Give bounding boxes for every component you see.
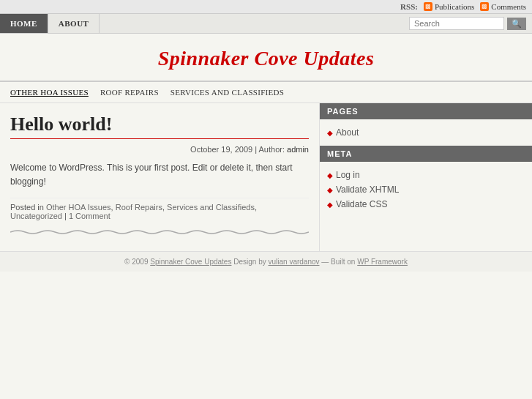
main-content: Hello world! October 19, 2009 | Author: … <box>0 103 320 251</box>
content-area: Hello world! October 19, 2009 | Author: … <box>0 103 532 251</box>
footer-built-text: — Built on <box>321 258 355 266</box>
comment-count-link[interactable]: 1 Comment <box>69 212 110 220</box>
cat-link-hoa[interactable]: Other HOA Issues <box>46 203 111 212</box>
nav-about[interactable]: ABOUT <box>48 14 100 33</box>
post-footer: Posted in Other HOA Issues, Roof Repairs… <box>10 198 309 220</box>
cat-link-roof[interactable]: Roof Repairs <box>116 203 162 212</box>
post-title: Hello world! <box>10 113 309 139</box>
meta-list: ◆ Log in ◆ Validate XHTML ◆ Validate CSS <box>327 168 525 212</box>
pages-widget-title: PAGES <box>320 103 532 119</box>
publications-label: Publications <box>435 2 474 11</box>
meta-widget: META ◆ Log in ◆ Validate XHTML ◆ <box>320 146 532 217</box>
footer-site-link[interactable]: Spinnaker Cove Updates <box>150 258 231 266</box>
cat-link-uncategorized[interactable]: Uncategorized <box>10 212 62 220</box>
rss-label: RSS: <box>400 2 418 11</box>
author-label: Author: <box>259 145 285 154</box>
bullet-diamond-login: ◆ <box>327 171 333 179</box>
post-body: Welcome to WordPress. This is your first… <box>10 161 309 189</box>
post-meta: October 19, 2009 | Author: admin <box>10 145 309 154</box>
bullet-diamond-css: ◆ <box>327 201 333 209</box>
search-form: 🔍 <box>403 14 532 33</box>
nav-bar: HOME ABOUT 🔍 <box>0 14 532 34</box>
search-input[interactable] <box>409 17 504 30</box>
meta-list-item-css: ◆ Validate CSS <box>327 197 525 212</box>
footer-design-text: Design by <box>233 258 268 266</box>
cat-nav-roof-repairs[interactable]: ROOF REPAIRS <box>100 88 159 97</box>
meta-list-item-login: ◆ Log in <box>327 168 525 182</box>
cat-link-services[interactable]: Services and Classifieds <box>167 203 255 212</box>
bullet-diamond-xhtml: ◆ <box>327 186 333 194</box>
publications-rss-link[interactable]: ▩ Publications <box>424 2 474 11</box>
search-button[interactable]: 🔍 <box>507 18 526 30</box>
site-header: Spinnaker Cove Updates <box>0 34 532 82</box>
footer-framework-link[interactable]: WP Framework <box>357 258 408 266</box>
pages-widget: PAGES ◆ About <box>320 103 532 146</box>
sidebar: PAGES ◆ About META ◆ Lo <box>320 103 532 251</box>
author-link[interactable]: admin <box>287 145 309 154</box>
page-link-about[interactable]: About <box>336 127 359 138</box>
pages-widget-content: ◆ About <box>320 119 532 146</box>
meta-link-login[interactable]: Log in <box>336 170 360 180</box>
pages-list: ◆ About <box>327 125 525 140</box>
cat-nav-services[interactable]: SERVICES AND CLASSIFIEDS <box>171 88 284 97</box>
post-date: October 19, 2009 <box>190 145 252 154</box>
cat-nav-hoa-issues[interactable]: OTHER HOA ISSUES <box>10 88 89 97</box>
meta-list-item-xhtml: ◆ Validate XHTML <box>327 182 525 197</box>
nav-home[interactable]: HOME <box>0 14 48 33</box>
footer-designer-link[interactable]: vulian vardanov <box>268 258 319 266</box>
site-title: Spinnaker Cove Updates <box>0 47 532 70</box>
category-nav: OTHER HOA ISSUES ROOF REPAIRS SERVICES A… <box>0 82 532 103</box>
rss-icon-comments: ▩ <box>480 2 489 11</box>
posted-in-label: Posted in <box>10 203 44 212</box>
rss-icon-publications: ▩ <box>424 2 432 11</box>
meta-widget-title: META <box>320 146 532 162</box>
meta-link-css[interactable]: Validate CSS <box>336 199 387 209</box>
comments-rss-link[interactable]: ▩ Comments <box>480 2 526 11</box>
comments-label: Comments <box>491 2 526 11</box>
top-bar: RSS: ▩ Publications ▩ Comments <box>0 0 532 14</box>
meta-link-xhtml[interactable]: Validate XHTML <box>336 184 399 195</box>
meta-widget-content: ◆ Log in ◆ Validate XHTML ◆ Validate CSS <box>320 162 532 217</box>
wavy-divider <box>10 228 309 236</box>
footer-copyright: © 2009 <box>124 258 148 266</box>
site-footer: © 2009 Spinnaker Cove Updates Design by … <box>0 251 532 272</box>
bullet-diamond-about: ◆ <box>327 129 333 137</box>
pages-list-item-about: ◆ About <box>327 125 525 140</box>
